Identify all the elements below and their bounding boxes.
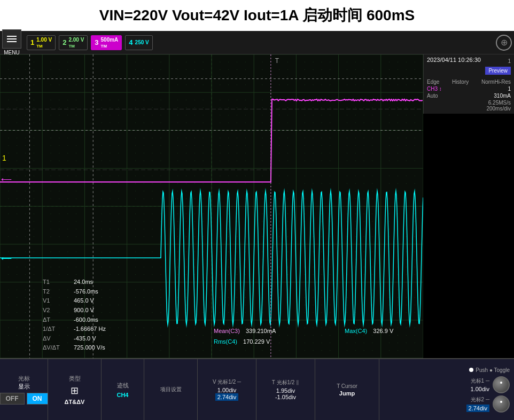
cursor1-knob-row: 光标1 ─ 1.00div bbox=[471, 376, 510, 393]
cursor2-knob-dot bbox=[500, 401, 502, 403]
on-off-buttons: OFF ON bbox=[0, 393, 48, 405]
v2-value: 900.0 V bbox=[74, 306, 94, 315]
auto-label: Auto bbox=[427, 93, 438, 99]
type-value: ΔT&ΔV bbox=[65, 399, 85, 405]
t2-value: -576.0ms bbox=[74, 287, 98, 297]
knob-section: 光标1 ─ 1.00div 光标2 ─ 2.74div bbox=[466, 376, 510, 413]
cursor-section: 光标 显示 OFF ON bbox=[0, 359, 48, 420]
cursor-label: 光标 显示 bbox=[18, 375, 30, 391]
ch4-badge[interactable]: 4 250 V bbox=[125, 35, 152, 50]
tcursor-label: T 光标1/2 ‖ bbox=[272, 379, 299, 386]
tcursor-jump-label: T Cursor bbox=[337, 383, 357, 389]
page-num: 1 bbox=[508, 58, 511, 64]
v1-value: 465.0 V bbox=[74, 296, 94, 306]
inv-delta-t-value: -1.66667 Hz bbox=[74, 324, 106, 334]
top-toolbar: MENU 1 1.00 V TM 2 2.00 V TM 3 500mA TM … bbox=[0, 31, 514, 54]
time-div: 200ms/div bbox=[427, 106, 511, 112]
ch2-num: 2 bbox=[63, 38, 66, 46]
type-icon: ⊞ bbox=[71, 385, 79, 397]
trace-label: 迹线 bbox=[117, 382, 129, 390]
right-info-panel: 2023/04/11 10:26:30 1 Preview Edge Histo… bbox=[423, 54, 514, 114]
delta-v-value: -435.0 V bbox=[74, 334, 96, 344]
ch2-val: 2.00 V TM bbox=[68, 37, 84, 49]
project-section[interactable]: 项目设置 bbox=[144, 359, 198, 420]
cursor2-knob[interactable] bbox=[493, 395, 510, 413]
tcursor-jump-section: T Cursor Jump bbox=[315, 359, 379, 420]
stats-overlay: Mean(C3) 339.210mA Rms(C4) 170.229 V Max… bbox=[214, 326, 276, 347]
push-toggle-label: Push ● Toggle bbox=[469, 367, 510, 373]
scope-container: MENU 1 1.00 V TM 2 2.00 V TM 3 500mA TM … bbox=[0, 31, 514, 420]
cursor1-knob[interactable] bbox=[493, 376, 510, 393]
tcursor-jump-value: Jump bbox=[339, 390, 355, 397]
off-button[interactable]: OFF bbox=[0, 393, 25, 405]
timestamp: 2023/04/11 10:26:30 bbox=[427, 57, 481, 63]
ch4-val: 250 V bbox=[135, 39, 149, 45]
measurements-overlay: T1 24.0ms T2 -576.0ms V1 465.0 V V2 900.… bbox=[43, 278, 106, 353]
push-dot bbox=[469, 368, 473, 372]
menu-button[interactable] bbox=[2, 29, 21, 49]
trigger-label: Edge bbox=[427, 79, 439, 85]
history-val: 1 bbox=[508, 86, 511, 92]
type-section: 类型 ⊞ ΔT&ΔV bbox=[48, 359, 102, 420]
ch3-val: 500mA TM bbox=[101, 37, 119, 49]
tcursor-section: T 光标1/2 ‖ 1.95div -1.05div bbox=[256, 359, 315, 420]
tcursor-div1: 1.95div bbox=[276, 387, 295, 394]
cursor1-knob-dot bbox=[500, 382, 502, 384]
cursor1-label: 光标1 ─ bbox=[471, 377, 489, 385]
trace-value: CH4 bbox=[116, 392, 128, 398]
norm-label: NormHi-Res bbox=[481, 79, 511, 85]
vcursor-div2: 2.74div bbox=[215, 393, 238, 401]
history-label: History bbox=[452, 79, 469, 85]
rms-val: 170.229 V bbox=[243, 338, 270, 345]
max-label: Max(C4) bbox=[345, 328, 367, 334]
auto-val: 310mA bbox=[494, 93, 511, 99]
cursor2-knob-row: 光标2 ─ 2.74div bbox=[466, 395, 510, 413]
page-title: VIN=220V Vout=42V Iout=1A 启动时间 600mS bbox=[99, 5, 415, 26]
trigger-ch: CH3 ↕ bbox=[427, 86, 442, 92]
ch4-num: 4 bbox=[129, 38, 133, 46]
ch2-badge[interactable]: 2 2.00 V TM bbox=[59, 35, 88, 50]
project-label: 项目设置 bbox=[160, 386, 182, 393]
magnifier-icon[interactable]: ⊕ bbox=[496, 35, 512, 51]
trace-section: 迹线 CH4 bbox=[102, 359, 144, 420]
vcursor-div1: 1.00div bbox=[217, 387, 236, 393]
sample-rate: 6.25MS/s bbox=[427, 100, 511, 106]
rms-label: Rms(C4) bbox=[214, 338, 237, 345]
tcursor-div2: -1.05div bbox=[275, 394, 296, 400]
mean-val: 339.210mA bbox=[246, 328, 276, 334]
right-knobs-section: Push ● Toggle 光标1 ─ 1.00div 光标2 ─ 2.74di… bbox=[379, 359, 514, 420]
push-toggle-text: Push ● Toggle bbox=[476, 367, 510, 373]
mean-label: Mean(C3) bbox=[214, 328, 240, 334]
bottom-toolbar: 光标 显示 OFF ON 类型 ⊞ ΔT&ΔV 迹线 CH4 项目设置 V 光标… bbox=[0, 358, 514, 420]
ch3-badge[interactable]: 3 500mA TM bbox=[91, 35, 122, 50]
title-bar: VIN=220V Vout=42V Iout=1A 启动时间 600mS bbox=[0, 0, 514, 31]
waveform-area: T1 24.0ms T2 -576.0ms V1 465.0 V V2 900.… bbox=[0, 54, 423, 358]
max-val: 326.9 V bbox=[373, 328, 393, 334]
ch3-num: 3 bbox=[95, 38, 98, 46]
vcursor-section: V 光标1/2 ─ 1.00div 2.74div bbox=[198, 359, 256, 420]
menu-block: MENU bbox=[2, 29, 21, 56]
cursor1-val: 1.00div bbox=[471, 386, 489, 392]
t1-value: 24.0ms bbox=[74, 278, 93, 287]
dv-dt-value: 725.000 V/s bbox=[74, 343, 105, 353]
delta-t-value: -600.0ms bbox=[74, 315, 98, 325]
cursor2-label: 光标2 ─ bbox=[466, 396, 489, 403]
type-label: 类型 bbox=[69, 375, 81, 383]
vcursor-label: V 光标1/2 ─ bbox=[213, 378, 241, 386]
ch1-num: 1 bbox=[30, 38, 34, 46]
on-button[interactable]: ON bbox=[27, 393, 48, 405]
cursor2-val: 2.74div bbox=[466, 405, 489, 412]
preview-button[interactable]: Preview bbox=[485, 67, 511, 75]
ch1-badge[interactable]: 1 1.00 V TM bbox=[27, 35, 56, 50]
ch1-val: 1.00 V TM bbox=[36, 37, 52, 49]
